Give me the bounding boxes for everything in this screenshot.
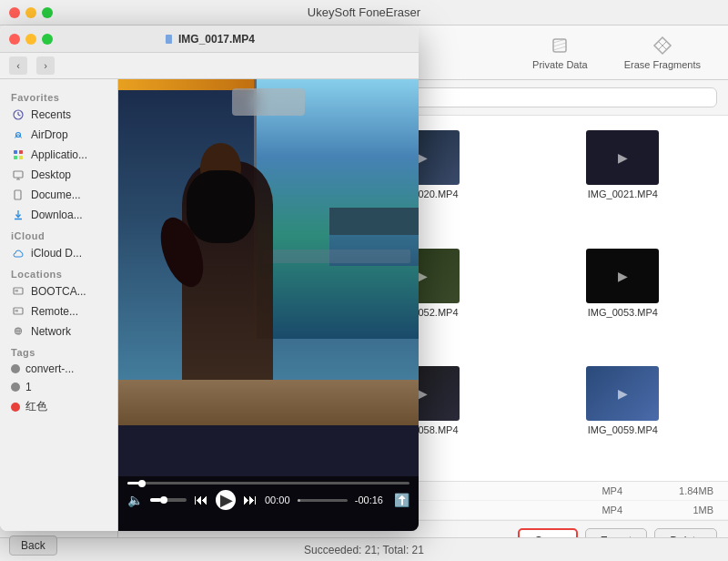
finder-downloads[interactable]: Downloa... <box>0 205 117 225</box>
file-name-img_0053: IMG_0053.MP4 <box>588 307 658 318</box>
finder-traffic-lights <box>9 34 53 45</box>
svg-line-28 <box>553 43 566 46</box>
rewind-icon[interactable]: ⏮ <box>194 492 208 508</box>
status-text: Succeeded: 21; Total: 21 <box>304 544 424 556</box>
close-button[interactable] <box>9 7 20 18</box>
finder-tag-red-label: 红色 <box>25 399 47 414</box>
file-size-1: 1.84MB <box>659 485 713 496</box>
volume-slider[interactable] <box>150 498 187 502</box>
private-data-icon <box>549 35 571 56</box>
finder-desktop-icon <box>11 168 25 182</box>
finder-maximize-button[interactable] <box>42 34 53 45</box>
minimize-button[interactable] <box>25 7 36 18</box>
toolbar-erase-fragments[interactable]: Erase Fragments <box>615 29 710 76</box>
finder-remote-label: Remote... <box>31 305 78 318</box>
maximize-button[interactable] <box>42 7 53 18</box>
finder-clock-icon <box>11 107 25 122</box>
finder-airdrop-label: AirDrop <box>31 128 68 141</box>
file-item-img_0021[interactable]: ▶IMG_0021.MP4 <box>529 127 717 234</box>
finder-recents[interactable]: Recents <box>0 105 117 125</box>
back-button[interactable]: Back <box>9 536 57 556</box>
finder-tag-red[interactable]: 红色 <box>0 396 117 417</box>
finder-back-btn[interactable]: ‹ <box>9 56 27 75</box>
erase-fragments-icon <box>652 35 673 56</box>
svg-rect-43 <box>19 156 23 159</box>
svg-rect-51 <box>15 290 19 292</box>
file-type-1: MP4 <box>568 485 622 496</box>
finder-network[interactable]: Network <box>0 321 117 342</box>
file-thumb-img_0021: ▶ <box>586 130 659 185</box>
volume-icon[interactable]: 🔈 <box>127 493 143 507</box>
finder-disk-2 <box>11 304 25 319</box>
bed-area <box>118 380 419 425</box>
finder-body: Favorites Recents <box>0 79 419 531</box>
finder-documents-label: Docume... <box>31 189 81 201</box>
file-thumb-img_0053: ▶ <box>586 249 659 303</box>
finder-nav: ‹ › <box>0 53 419 79</box>
finder-applications[interactable]: Applicatio... <box>0 145 117 165</box>
svg-rect-42 <box>14 156 17 159</box>
finder-downloads-label: Downloa... <box>31 209 83 221</box>
finder-icloud-drive-label: iCloud D... <box>31 247 82 260</box>
finder-tag-dot-convert <box>11 364 20 373</box>
finder-recents-label: Recents <box>31 108 71 121</box>
play-icon[interactable]: ▶ <box>216 490 236 510</box>
finder-tag-convert-label: convert-... <box>25 362 74 375</box>
finder-desktop[interactable]: Desktop <box>0 165 117 185</box>
finder-tag-dot-red <box>11 403 20 412</box>
finder-network-icon <box>11 324 25 339</box>
video-progress-bar[interactable] <box>127 482 410 484</box>
finder-desktop-label: Desktop <box>31 168 71 181</box>
finder-tag-1-label: 1 <box>25 381 32 393</box>
finder-airdrop[interactable]: AirDrop <box>0 125 117 145</box>
svg-rect-41 <box>19 150 23 154</box>
video-progress-dot <box>138 480 146 487</box>
video-time-current: 00:00 <box>265 495 290 505</box>
file-thumb-img_0059: ▶ <box>586 366 659 421</box>
file-name-img_0059: IMG_0059.MP4 <box>588 424 658 435</box>
finder-documents[interactable]: Docume... <box>0 185 117 205</box>
private-data-label: Private Data <box>532 59 588 70</box>
finder-tag-convert[interactable]: convert-... <box>0 360 117 378</box>
finder-tag-1[interactable]: 1 <box>0 378 117 396</box>
face-blur <box>232 88 305 116</box>
svg-rect-47 <box>15 190 21 199</box>
file-item-img_0053[interactable]: ▶IMG_0053.MP4 <box>529 245 717 352</box>
status-bar: Back Succeeded: 21; Total: 21 <box>0 537 728 561</box>
finder-title-bar: IMG_0017.MP4 <box>0 26 419 53</box>
finder-window: IMG_0017.MP4 ‹ › Favorites Recents <box>0 26 419 531</box>
svg-rect-44 <box>14 171 23 178</box>
timeline-bar[interactable] <box>298 499 348 502</box>
finder-bootcamp-label: BOOTCA... <box>31 285 86 298</box>
svg-rect-40 <box>14 150 17 154</box>
finder-forward-btn[interactable]: › <box>36 56 55 75</box>
video-area <box>118 79 419 425</box>
svg-line-29 <box>553 46 566 50</box>
file-item-img_0059[interactable]: ▶IMG_0059.MP4 <box>529 362 717 470</box>
finder-applications-label: Applicatio... <box>31 148 87 161</box>
finder-doc-icon-2 <box>11 188 25 202</box>
video-controls[interactable]: 🔈 ⏮ ▶ ⏭ 00:00 -00:16 ⬆️ <box>118 476 419 531</box>
erase-fragments-label: Erase Fragments <box>624 59 701 70</box>
svg-rect-35 <box>166 35 172 44</box>
app-title: UkeySoft FoneEraser <box>308 5 420 19</box>
finder-disk-1 <box>11 284 25 299</box>
finder-main: 🔈 ⏮ ▶ ⏭ 00:00 -00:16 ⬆️ <box>118 79 419 531</box>
finder-remote[interactable]: Remote... <box>0 301 117 321</box>
fastforward-icon[interactable]: ⏭ <box>243 492 258 508</box>
video-city <box>329 208 419 235</box>
share-icon[interactable]: ⬆️ <box>394 493 410 507</box>
traffic-lights <box>9 7 53 18</box>
finder-icloud[interactable]: iCloud D... <box>0 243 117 263</box>
finder-airdrop-icon <box>11 128 25 142</box>
finder-app-icon <box>11 148 25 162</box>
video-time-total: -00:16 <box>355 495 383 505</box>
finder-tag-dot-1 <box>11 382 20 392</box>
toolbar-private-data[interactable]: Private Data <box>523 29 597 76</box>
finder-bootcamp[interactable]: BOOTCA... <box>0 281 117 301</box>
finder-network-label: Network <box>31 325 71 338</box>
finder-icloud-icon <box>11 246 25 260</box>
finder-doc-icon <box>164 34 175 45</box>
finder-close-button[interactable] <box>9 34 20 45</box>
finder-minimize-button[interactable] <box>25 34 36 45</box>
